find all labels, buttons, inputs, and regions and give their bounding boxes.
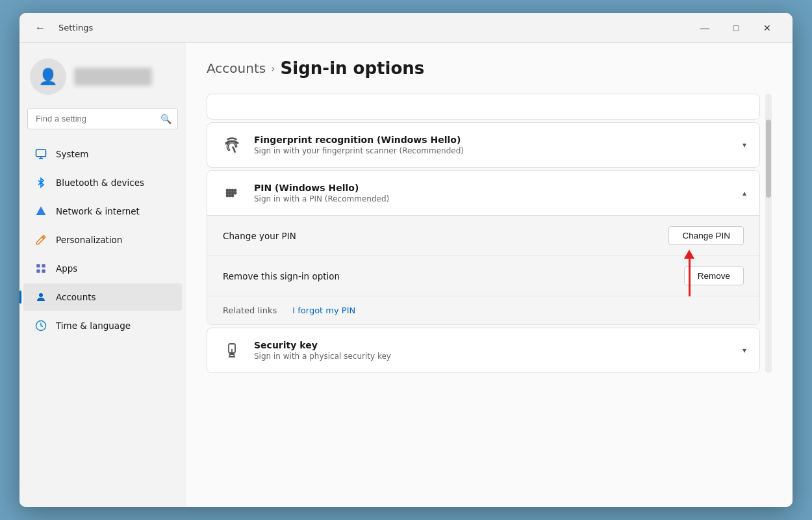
sidebar-item-label-apps: Apps [56,263,77,274]
system-icon [34,147,48,161]
svg-rect-3 [42,264,45,267]
fingerprint-title: Fingerprint recognition (Windows Hello) [254,135,732,145]
settings-scroll-area: Fingerprint recognition (Windows Hello) … [207,94,772,373]
svg-point-16 [227,195,229,197]
sidebar-item-system[interactable]: System [23,140,182,168]
change-pin-label: Change your PIN [223,231,296,241]
svg-point-13 [229,190,231,192]
svg-marker-1 [36,207,46,216]
avatar: 👤 [30,58,66,95]
svg-point-11 [235,192,236,194]
security-key-title: Security key [254,340,732,350]
security-key-text: Security key Sign in with a physical sec… [254,340,732,361]
breadcrumb-separator: › [271,62,275,75]
pin-card: PIN (Windows Hello) Sign in with a PIN (… [207,170,760,325]
network-icon [34,204,48,218]
search-input[interactable] [27,108,178,129]
security-key-header[interactable]: Security key Sign in with a physical sec… [207,328,759,372]
sidebar-item-bluetooth[interactable]: Bluetooth & devices [23,169,182,196]
settings-list: Fingerprint recognition (Windows Hello) … [207,94,760,373]
svg-point-18 [232,195,234,197]
sidebar-profile: 👤 [19,53,186,108]
svg-point-6 [39,293,43,297]
change-pin-row: Change your PIN Change PIN [207,216,759,256]
svg-point-14 [232,190,234,192]
pin-text: PIN (Windows Hello) Sign in with a PIN (… [254,183,732,203]
sidebar-item-label-personalization: Personalization [56,235,122,245]
security-key-desc: Sign in with a physical security key [254,352,732,361]
scrollbar-track[interactable] [765,94,772,373]
partial-top-card [207,94,760,120]
pin-chevron: ▴ [742,188,746,198]
sidebar-item-apps[interactable]: Apps [23,255,182,282]
fingerprint-chevron: ▾ [742,140,746,150]
forgot-pin-link[interactable]: I forgot my PIN [292,306,355,315]
profile-name [74,68,152,86]
pin-desc: Sign in with a PIN (Recommended) [254,194,732,203]
sidebar-item-accounts[interactable]: Accounts [23,283,182,311]
search-icon: 🔍 [160,114,171,124]
svg-rect-5 [42,270,45,273]
fingerprint-desc: Sign in with your fingerprint scanner (R… [254,146,732,155]
security-key-card: Security key Sign in with a physical sec… [207,328,760,373]
svg-rect-4 [36,270,40,273]
sidebar-item-network[interactable]: Network & internet [23,198,182,225]
svg-point-9 [229,192,231,194]
fingerprint-header[interactable]: Fingerprint recognition (Windows Hello) … [207,123,759,167]
red-arrow-annotation [684,250,694,296]
main-content: Accounts › Sign-in options [186,43,793,507]
titlebar: ← Settings — □ ✕ [19,13,793,43]
svg-point-17 [229,195,231,197]
svg-point-8 [227,192,229,194]
fingerprint-text: Fingerprint recognition (Windows Hello) … [254,135,732,155]
sidebar: 👤 🔍 System Bluetooth & devices [19,43,186,507]
security-key-icon [220,339,244,362]
svg-point-15 [235,190,236,192]
settings-window: ← Settings — □ ✕ 👤 🔍 [19,13,793,507]
sidebar-item-personalization[interactable]: Personalization [23,226,182,254]
svg-point-10 [232,192,234,194]
sidebar-item-label-time: Time & language [56,320,131,331]
window-title: Settings [58,23,690,32]
sidebar-item-time[interactable]: Time & language [23,312,182,339]
time-icon [34,318,48,333]
window-controls: — □ ✕ [690,18,782,38]
close-button[interactable]: ✕ [752,18,782,38]
arrow-line [689,257,691,296]
breadcrumb-parent[interactable]: Accounts [207,60,266,76]
person-icon: 👤 [38,68,58,86]
bluetooth-icon [34,176,48,190]
maximize-button[interactable]: □ [721,18,751,38]
security-key-chevron: ▾ [742,346,746,355]
remove-pin-label: Remove this sign-in option [223,271,340,281]
sidebar-item-label-bluetooth: Bluetooth & devices [56,177,144,188]
remove-pin-row: Remove this sign-in option Remove [207,256,759,296]
apps-icon [34,261,48,276]
scrollbar-thumb[interactable] [766,120,771,198]
search-box: 🔍 [27,108,178,129]
fingerprint-icon [220,133,244,157]
content-area: 👤 🔍 System Bluetooth & devices [19,43,793,507]
page-title: Sign-in options [281,58,425,78]
fingerprint-card: Fingerprint recognition (Windows Hello) … [207,122,760,168]
sidebar-item-label-accounts: Accounts [56,292,96,302]
personalization-icon [34,233,48,247]
svg-rect-2 [36,264,40,267]
svg-point-12 [227,190,229,192]
related-links-label: Related links [223,306,277,315]
minimize-button[interactable]: — [690,18,720,38]
breadcrumb: Accounts › Sign-in options [207,58,772,78]
change-pin-button[interactable]: Change PIN [668,226,744,245]
pin-header[interactable]: PIN (Windows Hello) Sign in with a PIN (… [207,171,759,215]
pin-title: PIN (Windows Hello) [254,183,732,193]
sidebar-item-label-network: Network & internet [56,206,140,216]
back-button[interactable]: ← [30,20,51,36]
pin-icon [220,181,244,205]
related-links-row: Related links I forgot my PIN [207,296,759,324]
sidebar-item-label-system: System [56,149,88,159]
pin-body: Change your PIN Change PIN Remove this s… [207,215,759,324]
svg-rect-0 [36,150,46,157]
accounts-icon [34,290,48,304]
